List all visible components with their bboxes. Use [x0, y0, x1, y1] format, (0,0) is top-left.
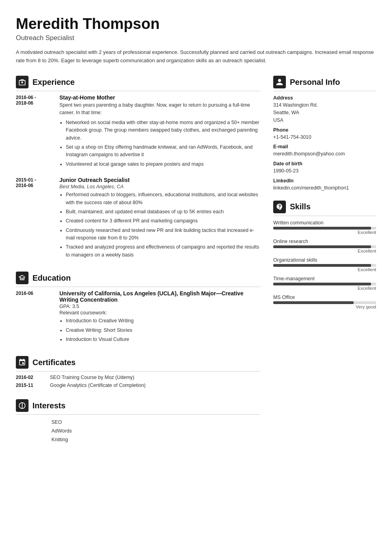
experience-section-header: Experience [16, 76, 261, 91]
interests-section-header: Interests [16, 399, 261, 415]
interest-item-1: SEO [16, 418, 261, 427]
education-content-1: University of California, Los Angeles (U… [59, 290, 261, 345]
cert-date-2: 2015-11 [16, 383, 44, 388]
skill-bar-bg-4 [273, 301, 376, 304]
skill-row-2: Organizational skills Excellent [273, 257, 376, 272]
list-item: Performed outreach to bloggers, influenc… [66, 191, 261, 207]
experience-desc-1: Spent two years parenting a baby daughte… [59, 101, 261, 117]
personal-info-title: Personal Info [290, 78, 340, 87]
education-section-header: Education [16, 272, 261, 287]
experience-job-title-1: Stay-at-Home Mother [59, 94, 261, 101]
interest-item-3: Knitting [16, 435, 261, 444]
certificates-title: Certificates [32, 358, 76, 367]
skill-name-2: Organizational skills [273, 257, 376, 263]
skill-row-0: Written communication Excellent [273, 220, 376, 235]
experience-title: Experience [32, 78, 75, 87]
skill-level-3: Excellent [273, 286, 376, 291]
skill-bar-fill-4 [273, 301, 354, 304]
interest-item-2: AdWords [16, 427, 261, 435]
skill-name-1: Online research [273, 239, 376, 244]
skill-bar-fill-3 [273, 283, 371, 285]
skill-row-3: Time-management Excellent [273, 276, 376, 291]
skills-title: Skills [290, 202, 310, 211]
candidate-name: Meredith Thompson [16, 16, 376, 33]
personal-info-section: Personal Info Address 314 Washington Rd.… [273, 76, 376, 191]
personal-info-header: Personal Info [273, 76, 376, 91]
cert-name-2: Google Analytics (Certificate of Complet… [50, 383, 146, 388]
header-summary: A motivated outreach specialist with 2 y… [16, 48, 376, 65]
coursework-label: Relevant coursework: [59, 310, 261, 316]
value-linkedin: linkedin.com/meredith_thomphon1 [273, 184, 376, 192]
list-item: Continuously researched and tested new P… [66, 227, 261, 242]
certificates-section: Certificates 2016-02 SEO Training Course… [16, 356, 261, 388]
personal-info-fields: Address 314 Washington Rd.Seattle, WAUSA… [273, 95, 376, 191]
experience-bullets-2: Performed outreach to bloggers, influenc… [59, 191, 261, 259]
value-dob: 1990-05-23 [273, 167, 376, 175]
interests-section: Interests SEO AdWords Knitting [16, 399, 261, 444]
experience-bullets-1: Networked on social media with other sta… [59, 119, 261, 168]
list-item: Introduction to Visual Culture [66, 336, 261, 343]
personal-info-icon [273, 76, 286, 88]
education-degree-1: University of California, Los Angeles (U… [59, 290, 261, 303]
skill-row-4: MS Office Very good [273, 295, 376, 309]
skill-level-0: Excellent [273, 230, 376, 235]
value-address: 314 Washington Rd.Seattle, WAUSA [273, 101, 376, 124]
skill-bar-bg-2 [273, 264, 376, 267]
skill-level-1: Excellent [273, 249, 376, 253]
list-item: Created content for 3 different PR and m… [66, 217, 261, 225]
cert-entry-2: 2015-11 Google Analytics (Certificate of… [16, 383, 261, 388]
label-email: E-mail [273, 144, 376, 149]
skills-icon [273, 201, 286, 213]
skill-level-4: Very good [273, 304, 376, 309]
experience-icon [16, 76, 29, 88]
experience-date-2: 2015-01 -2016-06 [16, 177, 51, 260]
education-title: Education [32, 274, 71, 283]
skill-bar-bg-0 [273, 227, 376, 230]
label-phone: Phone [273, 127, 376, 133]
main-layout: Experience 2016-06 -2018-06 Stay-at-Home… [16, 76, 376, 455]
list-item: Networked on social media with other sta… [66, 119, 261, 142]
list-item: Tracked and analyzed progress and effect… [66, 243, 261, 259]
experience-company-2: Best Media, Los Angeles, CA [59, 184, 261, 189]
candidate-title: Outreach Specialist [16, 34, 376, 42]
skill-bar-bg-3 [273, 283, 376, 285]
label-linkedin: LinkedIn [273, 178, 376, 184]
education-date-1: 2016-06 [16, 290, 51, 345]
education-gpa: GPA: 3.5 [59, 304, 261, 309]
skill-bar-fill-2 [273, 264, 371, 267]
skills-list: Written communication Excellent Online r… [273, 220, 376, 309]
education-section: Education 2016-06 University of Californ… [16, 272, 261, 345]
label-address: Address [273, 95, 376, 101]
certificates-icon [16, 356, 29, 369]
experience-job-title-2: Junior Outreach Specialist [59, 177, 261, 183]
cert-name-1: SEO Training Course by Moz (Udemy) [50, 375, 134, 380]
skill-name-3: Time-management [273, 276, 376, 281]
education-bullets-1: Introduction to Creative Writing Creativ… [59, 317, 261, 343]
list-item: Creative Writing: Short Stories [66, 327, 261, 334]
experience-content-2: Junior Outreach Specialist Best Media, L… [59, 177, 261, 260]
skill-name-0: Written communication [273, 220, 376, 226]
list-item: Introduction to Creative Writing [66, 317, 261, 325]
skill-name-4: MS Office [273, 295, 376, 300]
skills-header: Skills [273, 201, 376, 216]
interests-icon [16, 399, 29, 412]
list-item: Volunteered at local garage sales to pre… [66, 161, 261, 168]
label-dob: Date of birth [273, 161, 376, 166]
interests-list: SEO AdWords Knitting [16, 418, 261, 444]
skill-bar-bg-1 [273, 245, 376, 248]
certificates-section-header: Certificates [16, 356, 261, 371]
experience-content-1: Stay-at-Home Mother Spent two years pare… [59, 94, 261, 170]
experience-entry-1: 2016-06 -2018-06 Stay-at-Home Mother Spe… [16, 94, 261, 170]
left-column: Experience 2016-06 -2018-06 Stay-at-Home… [16, 76, 261, 455]
education-icon [16, 272, 29, 284]
experience-section: Experience 2016-06 -2018-06 Stay-at-Home… [16, 76, 261, 260]
skill-level-2: Excellent [273, 267, 376, 272]
experience-entry-2: 2015-01 -2016-06 Junior Outreach Special… [16, 177, 261, 260]
education-entry-1: 2016-06 University of California, Los An… [16, 290, 261, 345]
list-item: Set up a shop on Etsy offering handmade … [66, 144, 261, 159]
skill-bar-fill-1 [273, 245, 371, 248]
value-email: meredith.thompson@yahoo.com [273, 150, 376, 158]
skills-section: Skills Written communication Excellent O… [273, 201, 376, 309]
list-item: Built, maintained, and updated email dat… [66, 208, 261, 216]
cert-date-1: 2016-02 [16, 375, 44, 380]
